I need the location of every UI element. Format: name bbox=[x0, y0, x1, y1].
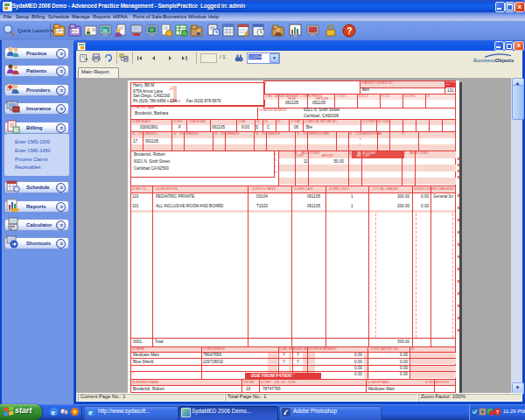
svg-text:ICD: ICD bbox=[72, 29, 78, 33]
svg-text:?: ? bbox=[346, 26, 352, 36]
svg-text:e: e bbox=[88, 409, 92, 416]
svg-text:Business: Business bbox=[473, 58, 496, 63]
svg-text:99: 99 bbox=[102, 28, 108, 33]
svg-text:e: e bbox=[52, 409, 56, 416]
svg-text:?: ? bbox=[496, 410, 500, 415]
svg-text:CPT: CPT bbox=[56, 29, 64, 33]
svg-text:Objects: Objects bbox=[495, 58, 514, 63]
